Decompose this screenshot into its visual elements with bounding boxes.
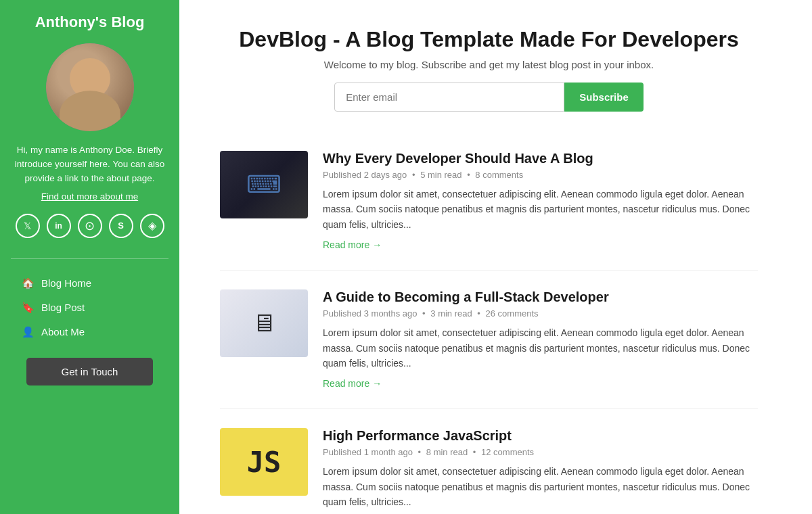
post-meta-2: Published 3 months ago • 3 min read • 26…: [323, 308, 758, 319]
codepen-icon[interactable]: ◈: [140, 214, 164, 238]
post-item: A Guide to Becoming a Full-Stack Develop…: [220, 271, 758, 409]
nav-about-me-label: About Me: [41, 326, 85, 337]
linkedin-icon[interactable]: in: [47, 214, 71, 238]
post-item: Why Every Developer Should Have A Blog P…: [220, 132, 758, 271]
user-icon: 👤: [22, 326, 35, 338]
main-title: DevBlog - A Blog Template Made For Devel…: [220, 27, 758, 52]
sidebar: Anthony's Blog Hi, my name is Anthony Do…: [0, 0, 179, 514]
posts-list: Why Every Developer Should Have A Blog P…: [220, 132, 758, 514]
nav-blog-post-label: Blog Post: [41, 302, 85, 313]
post-title-1: Why Every Developer Should Have A Blog: [323, 151, 758, 166]
avatar: [46, 43, 134, 131]
nav-blog-home-label: Blog Home: [41, 277, 91, 289]
post-read-1: 5 min read: [420, 170, 461, 180]
subscribe-form: Subscribe: [220, 83, 758, 112]
post-meta-3: Published 1 month ago • 8 min read • 12 …: [323, 447, 758, 457]
post-thumbnail-1: [220, 151, 308, 218]
post-excerpt-3: Lorem ipsum dolor sit amet, consectetuer…: [323, 464, 758, 509]
post-comments-3: 12 comments: [481, 447, 534, 457]
main-content: DevBlog - A Blog Template Made For Devel…: [179, 0, 812, 514]
post-thumbnail-2: [220, 289, 308, 357]
post-published-3: Published 1 month ago: [323, 447, 413, 457]
sidebar-item-blog-home[interactable]: 🏠 Blog Home: [11, 271, 168, 296]
post-content-2: A Guide to Becoming a Full-Stack Develop…: [323, 289, 758, 390]
post-title-3: High Performance JavaScript: [323, 428, 758, 444]
main-subtitle: Welcome to my blog. Subscribe and get my…: [220, 59, 758, 70]
twitter-icon[interactable]: 𝕏: [16, 214, 40, 238]
github-icon[interactable]: ⊙: [78, 214, 102, 238]
post-content-1: Why Every Developer Should Have A Blog P…: [323, 151, 758, 251]
blog-title: Anthony's Blog: [35, 14, 145, 31]
post-thumbnail-3: JS: [220, 428, 308, 496]
post-read-3: 8 min read: [426, 447, 468, 457]
post-published-1: Published 2 days ago: [323, 170, 407, 180]
sidebar-item-blog-post[interactable]: 🔖 Blog Post: [11, 296, 168, 320]
subscribe-button[interactable]: Subscribe: [564, 83, 644, 112]
post-read-2: 3 min read: [430, 308, 472, 319]
post-excerpt-1: Lorem ipsum dolor sit amet, consectetuer…: [323, 187, 758, 232]
sidebar-bio: Hi, my name is Anthony Doe. Briefly intr…: [11, 143, 168, 186]
read-more-1[interactable]: Read more →: [323, 239, 382, 250]
post-content-3: High Performance JavaScript Published 1 …: [323, 428, 758, 514]
post-item: JS High Performance JavaScript Published…: [220, 409, 758, 514]
post-comments-1: 8 comments: [475, 170, 523, 180]
stackoverflow-icon[interactable]: S: [109, 214, 133, 238]
js-logo: JS: [247, 446, 281, 479]
post-published-2: Published 3 months ago: [323, 308, 417, 319]
about-link[interactable]: Find out more about me: [41, 191, 138, 202]
read-more-2[interactable]: Read more →: [323, 378, 382, 389]
email-input[interactable]: [334, 83, 564, 112]
post-title-2: A Guide to Becoming a Full-Stack Develop…: [323, 289, 758, 305]
social-icons: 𝕏 in ⊙ S ◈: [16, 214, 164, 238]
bookmark-icon: 🔖: [22, 302, 35, 314]
post-comments-2: 26 comments: [486, 308, 539, 319]
sidebar-item-about-me[interactable]: 👤 About Me: [11, 320, 168, 344]
post-meta-1: Published 2 days ago • 5 min read • 8 co…: [323, 170, 758, 180]
post-excerpt-2: Lorem ipsum dolor sit amet, consectetuer…: [323, 325, 758, 371]
nav-section: 🏠 Blog Home 🔖 Blog Post 👤 About Me: [11, 258, 168, 344]
main-header: DevBlog - A Blog Template Made For Devel…: [220, 27, 758, 112]
get-in-touch-button[interactable]: Get in Touch: [26, 358, 152, 386]
home-icon: 🏠: [22, 277, 35, 289]
